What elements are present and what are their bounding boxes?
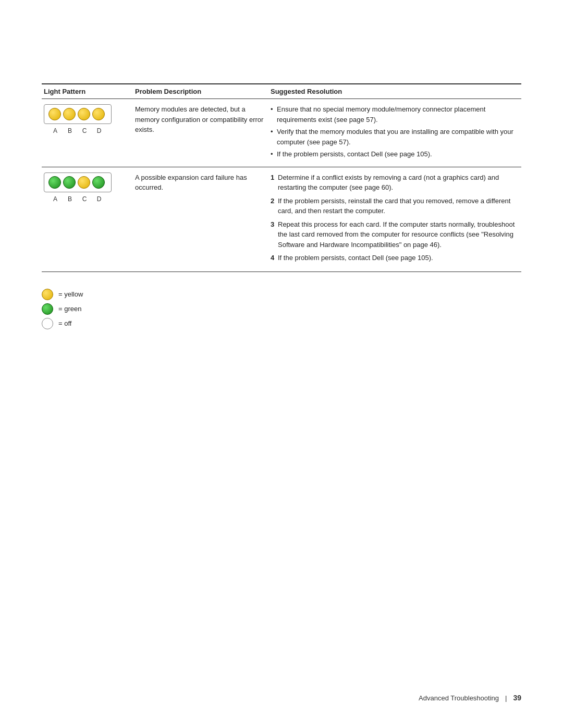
abcd-label-1-1: B — [64, 194, 76, 204]
page-footer: Advanced Troubleshooting | 39 — [419, 694, 521, 702]
abcd-label-1-0: A — [49, 194, 62, 204]
led-1-2 — [78, 176, 90, 189]
led-0-0 — [48, 108, 61, 120]
legend-circle-yellow — [42, 289, 53, 300]
resolution-item-1-1: 2 If the problem persists, reinstall the… — [271, 196, 517, 216]
legend-label-0: = yellow — [58, 290, 83, 298]
led-1-1 — [63, 176, 76, 189]
led-pattern-cell-1: ABCD — [42, 167, 133, 272]
resolution-item-0-2: If the problem persists, contact Dell (s… — [271, 149, 517, 159]
legend-item-2: = off — [42, 318, 521, 329]
legend-label-2: = off — [58, 319, 71, 327]
resolution-item-1-0: 1 Determine if a conflict exists by remo… — [271, 172, 517, 193]
resolution-cell-1: 1 Determine if a conflict exists by remo… — [268, 167, 521, 272]
footer-page-number: 39 — [513, 694, 521, 702]
resolution-cell-0: Ensure that no special memory module/mem… — [268, 99, 521, 167]
legend-section: = yellow= green= off — [42, 289, 521, 329]
led-0-3 — [92, 108, 105, 120]
legend-circle-green — [42, 303, 53, 315]
col-header-light: Light Pattern — [42, 84, 133, 99]
led-0-1 — [63, 108, 76, 120]
abcd-label-0-1: B — [64, 126, 76, 135]
led-1-0 — [48, 176, 61, 189]
legend-circle-off — [42, 318, 53, 329]
legend-label-1: = green — [58, 305, 81, 313]
col-header-resolution: Suggested Resolution — [268, 84, 521, 99]
abcd-label-1-2: C — [78, 194, 91, 204]
problem-cell-1: A possible expansion card failure has oc… — [133, 167, 268, 272]
resolution-item-1-2: 3 Repeat this process for each card. If … — [271, 219, 517, 250]
problem-cell-0: Memory modules are detected, but a memor… — [133, 99, 268, 167]
abcd-label-1-3: D — [93, 194, 105, 204]
legend-item-0: = yellow — [42, 289, 521, 300]
resolution-item-0-1: Verify that the memory modules that you … — [271, 127, 517, 147]
abcd-label-0-0: A — [49, 126, 62, 135]
col-header-problem: Problem Description — [133, 84, 268, 99]
legend-item-1: = green — [42, 303, 521, 315]
resolution-item-1-3: 4 If the problem persists, contact Dell … — [271, 253, 517, 263]
abcd-label-0-2: C — [78, 126, 91, 135]
led-0-2 — [78, 108, 90, 120]
footer-section-label: Advanced Troubleshooting — [419, 694, 499, 702]
resolution-item-0-0: Ensure that no special memory module/mem… — [271, 104, 517, 125]
led-1-3 — [92, 176, 105, 189]
footer-pipe: | — [505, 694, 507, 702]
led-pattern-cell-0: ABCD — [42, 99, 133, 167]
abcd-label-0-3: D — [93, 126, 105, 135]
